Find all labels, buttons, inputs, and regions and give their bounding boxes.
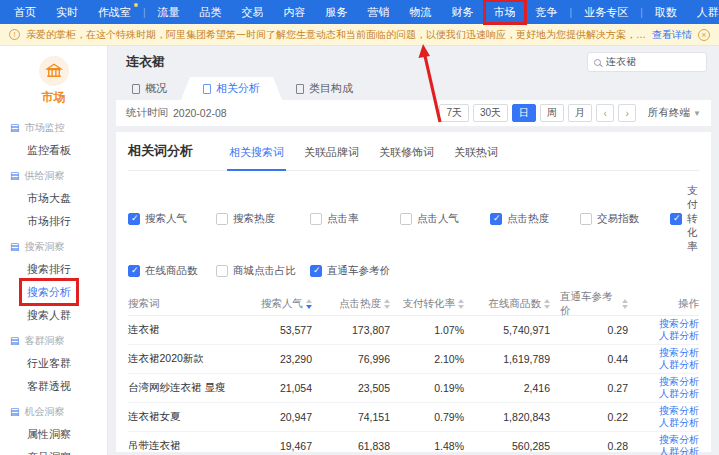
sidebar-item-label: 搜索分析 <box>27 286 71 298</box>
column-header-支付转化率[interactable]: 支付转化率 <box>400 297 474 311</box>
subtab-相关搜索词[interactable]: 相关搜索词 <box>219 145 294 170</box>
action-link-人群分析[interactable]: 人群分析 <box>659 330 699 342</box>
checkbox-checked[interactable] <box>128 213 140 225</box>
nav-item-实时[interactable]: 实时 <box>46 0 88 24</box>
keyword-search-input[interactable] <box>606 57 719 68</box>
filter-点击率[interactable]: 点击率 <box>310 184 400 254</box>
sidebar-item-搜索人群[interactable]: 搜索人群 <box>0 304 107 327</box>
period-button-日[interactable]: 日 <box>512 104 536 122</box>
value-cell: 5,740,971 <box>474 324 560 336</box>
action-link-搜索分析[interactable]: 搜索分析 <box>659 347 699 359</box>
nav-item-物流[interactable]: 物流 <box>400 0 442 24</box>
action-link-人群分析[interactable]: 人群分析 <box>659 446 699 455</box>
notice-detail-link[interactable]: 查看详情 <box>652 28 692 42</box>
checkbox-checked[interactable] <box>490 213 502 225</box>
nav-item-交易[interactable]: 交易 <box>232 0 274 24</box>
sort-icon <box>306 299 312 309</box>
nav-item-业务专区[interactable]: 业务专区 <box>574 0 638 24</box>
action-link-人群分析[interactable]: 人群分析 <box>659 359 699 371</box>
book-icon: ▤ <box>10 242 19 252</box>
filter-支付转化率[interactable]: 支付转化率 <box>670 184 699 254</box>
book-icon: ▤ <box>10 123 19 133</box>
sidebar-item-label: 市场大盘 <box>27 192 71 204</box>
column-label: 支付转化率 <box>403 297 456 311</box>
action-link-搜索分析[interactable]: 搜索分析 <box>659 376 699 388</box>
column-label: 操作 <box>678 297 699 311</box>
filter-在线商品数[interactable]: 在线商品数 <box>128 264 216 278</box>
checkbox-unchecked[interactable] <box>216 265 228 277</box>
subtab-关联品牌词[interactable]: 关联品牌词 <box>294 145 369 170</box>
nav-item-竞争[interactable]: 竞争 <box>526 0 568 24</box>
main-tab-概况[interactable]: 概况 <box>118 77 181 100</box>
sidebar-item-监控看板[interactable]: 监控看板 <box>0 139 107 162</box>
value-cell: 1.48% <box>400 440 474 452</box>
nav-item-取数[interactable]: 取数 <box>645 0 687 24</box>
nav-item-营销[interactable]: 营销 <box>358 0 400 24</box>
nav-item-首页[interactable]: 首页 <box>4 0 46 24</box>
range-button-7天[interactable]: 7天 <box>439 104 469 122</box>
terminal-select[interactable]: 所有终端 ▼ <box>648 106 701 120</box>
sidebar-item-搜索排行[interactable]: 搜索排行 <box>0 258 107 281</box>
checkbox-unchecked[interactable] <box>310 213 322 225</box>
subtab-关联修饰词[interactable]: 关联修饰词 <box>369 145 444 170</box>
nav-item-流量[interactable]: 流量 <box>148 0 190 24</box>
column-header-直通车参考价[interactable]: 直通车参考价 <box>560 290 638 318</box>
table-row: 吊带连衣裙19,46761,8381.48%560,2850.28搜索分析人群分… <box>128 432 699 455</box>
checkbox-unchecked[interactable] <box>400 213 412 225</box>
period-button-月[interactable]: 月 <box>568 104 592 122</box>
action-link-搜索分析[interactable]: 搜索分析 <box>659 318 699 330</box>
filter-搜索人气[interactable]: 搜索人气 <box>128 184 216 254</box>
sidebar-item-label: 客群透视 <box>27 380 71 392</box>
value-cell: 19,467 <box>248 440 322 452</box>
column-header-点击热度[interactable]: 点击热度 <box>322 297 400 311</box>
filter-搜索热度[interactable]: 搜索热度 <box>216 184 310 254</box>
stat-time-value: 2020-02-08 <box>173 107 227 119</box>
checkbox-unchecked[interactable] <box>580 213 592 225</box>
action-link-人群分析[interactable]: 人群分析 <box>659 417 699 429</box>
filter-商城点击占比[interactable]: 商城点击占比 <box>216 264 310 278</box>
terminal-label: 所有终端 <box>648 106 690 120</box>
sidebar-item-产品洞察[interactable]: 产品洞察 <box>0 446 107 455</box>
action-link-搜索分析[interactable]: 搜索分析 <box>659 405 699 417</box>
action-link-人群分析[interactable]: 人群分析 <box>659 388 699 400</box>
sidebar-item-市场大盘[interactable]: 市场大盘 <box>0 187 107 210</box>
action-link-搜索分析[interactable]: 搜索分析 <box>659 434 699 446</box>
nav-item-作战室[interactable]: 作战室 <box>88 0 141 24</box>
nav-item-内容[interactable]: 内容 <box>274 0 316 24</box>
prev-button[interactable]: ‹ <box>596 104 614 122</box>
sidebar-item-属性洞察[interactable]: 属性洞察 <box>0 423 107 446</box>
main-tabs: 概况相关分析类目构成 <box>116 78 711 100</box>
checkbox-checked[interactable] <box>310 265 322 277</box>
main-tab-类目构成[interactable]: 类目构成 <box>282 77 367 100</box>
table-header: 搜索词搜索人气点击热度支付转化率在线商品数直通车参考价操作 <box>128 290 699 316</box>
column-header-在线商品数[interactable]: 在线商品数 <box>474 297 560 311</box>
next-button[interactable]: › <box>618 104 636 122</box>
sidebar-item-行业客群[interactable]: 行业客群 <box>0 352 107 375</box>
nav-item-市场[interactable]: 市场 <box>484 0 526 24</box>
nav-item-财务[interactable]: 财务 <box>442 0 484 24</box>
nav-item-品类[interactable]: 品类 <box>190 0 232 24</box>
value-cell: 1,619,789 <box>474 353 560 365</box>
subtab-关联热词[interactable]: 关联热词 <box>444 145 508 170</box>
keyword-searchbox[interactable]: × <box>587 52 707 72</box>
notice-close-icon[interactable]: × <box>698 29 710 41</box>
filter-row-2: 在线商品数商城点击占比直通车参考价 <box>128 264 699 278</box>
checkbox-checked[interactable] <box>128 265 140 277</box>
filter-交易指数[interactable]: 交易指数 <box>580 184 670 254</box>
checkbox-checked[interactable] <box>670 213 682 225</box>
filter-直通车参考价[interactable]: 直通车参考价 <box>310 264 400 278</box>
range-button-30天[interactable]: 30天 <box>473 104 508 122</box>
nav-item-人群管理[interactable]: 人群管理 <box>687 0 719 24</box>
filter-点击人气[interactable]: 点击人气 <box>400 184 490 254</box>
sort-desc-caret <box>458 305 464 309</box>
column-header-搜索人气[interactable]: 搜索人气 <box>248 297 322 311</box>
main-tab-相关分析[interactable]: 相关分析 <box>181 77 282 100</box>
sidebar-item-市场排行[interactable]: 市场排行 <box>0 210 107 233</box>
filter-点击热度[interactable]: 点击热度 <box>490 184 580 254</box>
period-button-周[interactable]: 周 <box>540 104 564 122</box>
sidebar-item-搜索分析[interactable]: 搜索分析 <box>0 281 107 304</box>
sidebar-item-客群透视[interactable]: 客群透视 <box>0 375 107 398</box>
checkbox-unchecked[interactable] <box>216 213 228 225</box>
nav-item-服务[interactable]: 服务 <box>316 0 358 24</box>
stat-time-label: 统计时间 <box>126 106 168 120</box>
